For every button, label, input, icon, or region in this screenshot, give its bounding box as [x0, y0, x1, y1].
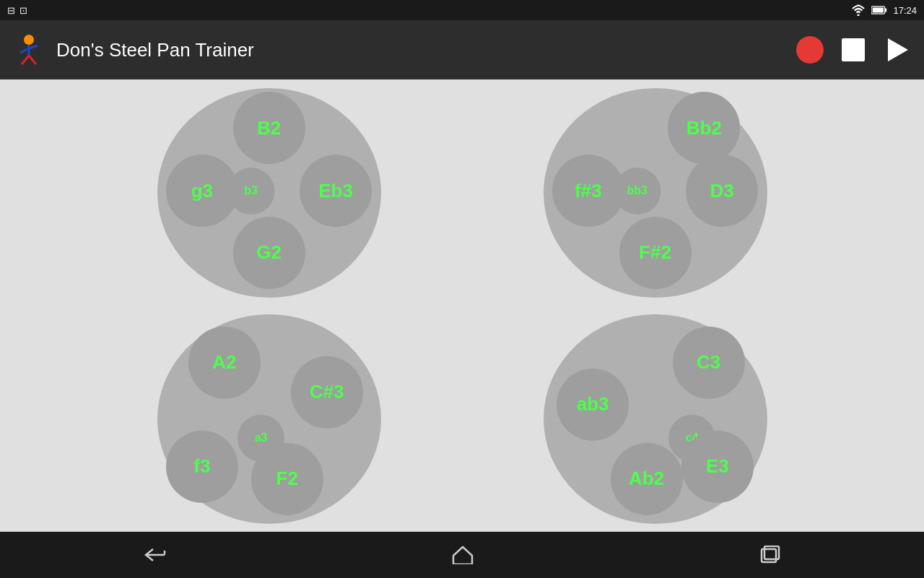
- record-button[interactable]: [794, 34, 826, 66]
- status-bar: ⊟ ⊡ 17:24: [0, 0, 924, 20]
- note-ab3[interactable]: ab3: [557, 368, 629, 441]
- battery-icon: [871, 5, 887, 15]
- pan-drum-bottom-right: C3 ab3 c4 Ab2 E3: [469, 313, 841, 525]
- app-bar: Don's Steel Pan Trainer: [0, 20, 924, 79]
- status-bar-left: ⊟ ⊡: [7, 5, 27, 16]
- drum-circle-bottom-left: A2 C#3 a3 f3 F2: [157, 314, 381, 524]
- note-Eb3[interactable]: Eb3: [300, 155, 372, 227]
- svg-line-7: [29, 46, 38, 48]
- svg-line-8: [22, 56, 29, 64]
- note-bb3[interactable]: bb3: [614, 168, 661, 215]
- notification-icon-2: ⊡: [19, 5, 27, 16]
- svg-point-0: [858, 14, 860, 16]
- note-f3[interactable]: f3: [166, 431, 238, 503]
- back-icon: [143, 546, 166, 564]
- drum-circle-top-left: B2 g3 b3 Eb3 G2: [157, 88, 381, 298]
- back-button[interactable]: [100, 540, 209, 569]
- note-Bb2[interactable]: Bb2: [668, 92, 740, 164]
- app-title: Don's Steel Pan Trainer: [56, 39, 784, 61]
- bottom-nav: [0, 532, 924, 578]
- note-F2[interactable]: F2: [251, 443, 323, 515]
- svg-line-9: [29, 56, 36, 64]
- notification-icon-1: ⊟: [7, 5, 15, 16]
- home-button[interactable]: [409, 540, 517, 570]
- drum-circle-bottom-right: C3 ab3 c4 Ab2 E3: [544, 314, 767, 524]
- note-Csharp3[interactable]: C#3: [291, 356, 363, 428]
- play-icon: [888, 38, 908, 61]
- note-A2[interactable]: A2: [188, 327, 261, 399]
- svg-point-4: [24, 35, 34, 45]
- status-bar-right: 17:24: [851, 4, 917, 16]
- app-bar-actions: [794, 34, 912, 66]
- app-logo: [12, 33, 46, 67]
- stop-icon: [842, 38, 865, 61]
- svg-line-6: [20, 48, 29, 53]
- play-button[interactable]: [881, 34, 912, 66]
- main-content: B2 g3 b3 Eb3 G2 Bb2 f#3 bb3 D3: [0, 79, 924, 532]
- pan-drum-top-left: B2 g3 b3 Eb3 G2: [83, 87, 455, 298]
- note-E3[interactable]: E3: [681, 431, 754, 503]
- note-b3[interactable]: b3: [227, 168, 274, 215]
- pans-grid: B2 g3 b3 Eb3 G2 Bb2 f#3 bb3 D3: [83, 87, 841, 525]
- home-icon: [452, 545, 474, 564]
- note-B2[interactable]: B2: [233, 92, 305, 164]
- svg-rect-3: [873, 8, 884, 13]
- time-display: 17:24: [893, 5, 917, 16]
- stop-button[interactable]: [837, 34, 869, 66]
- note-Ab2[interactable]: Ab2: [611, 443, 683, 515]
- note-C3[interactable]: C3: [673, 327, 745, 399]
- record-icon: [796, 36, 824, 64]
- note-D3[interactable]: D3: [686, 155, 758, 227]
- wifi-icon: [851, 4, 866, 16]
- recents-icon: [759, 545, 781, 564]
- drum-circle-top-right: Bb2 f#3 bb3 D3 F#2: [544, 88, 767, 298]
- pan-drum-bottom-left: A2 C#3 a3 f3 F2: [83, 313, 455, 525]
- recents-button[interactable]: [716, 540, 824, 570]
- note-Fsharp2[interactable]: F#2: [619, 217, 692, 289]
- pan-drum-top-right: Bb2 f#3 bb3 D3 F#2: [469, 87, 841, 298]
- svg-marker-10: [453, 547, 472, 564]
- svg-rect-2: [885, 8, 887, 12]
- note-G2[interactable]: G2: [233, 217, 305, 289]
